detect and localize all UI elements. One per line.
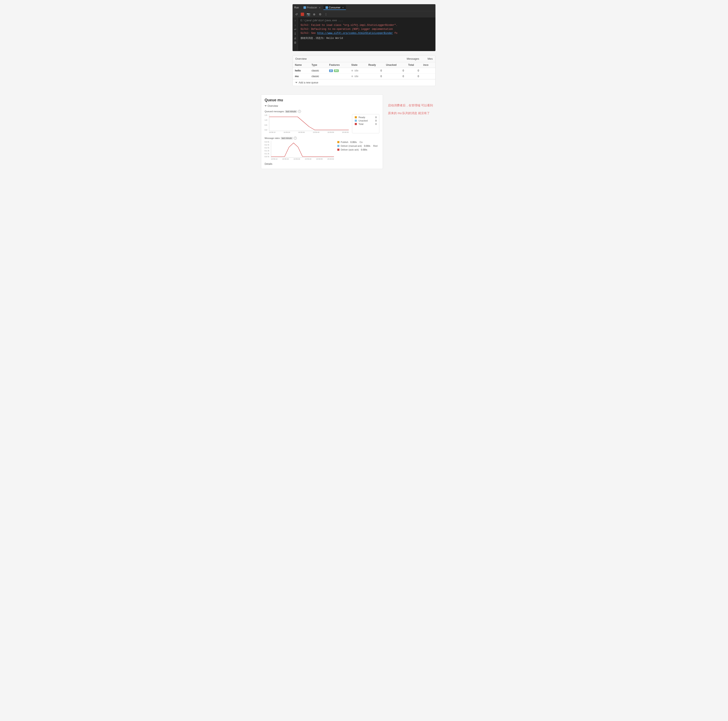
tab-producer[interactable]: Producer ✕ bbox=[301, 5, 323, 10]
settings-button[interactable]: ⚙ bbox=[318, 12, 323, 17]
total-legend-value: 0 bbox=[375, 123, 376, 125]
x4: 19:59:50 bbox=[327, 132, 334, 133]
producer-tab-label: Producer bbox=[307, 6, 317, 9]
rates-y-axis: 0.3 /s 0.2 /s 0.2 /s 0.1 /s 0.1 /s 0.0 /… bbox=[265, 141, 270, 158]
comment-section: 启动消费者后，在管理端 可以看到 原来的 mu 队列的消息 就没有了 bbox=[388, 90, 467, 116]
queue-detail-section: Queue mu Overview Queued messages last m… bbox=[261, 94, 383, 169]
ide-side-icons: ↑ ↓ ⇌ ↧ 🖨 🗑 bbox=[292, 17, 298, 51]
scroll-end-icon[interactable]: ↧ bbox=[294, 32, 296, 35]
col-inco: inco bbox=[421, 62, 435, 68]
queue-total-hello: 0 bbox=[406, 68, 421, 73]
mes-label: Mes bbox=[427, 57, 433, 60]
scroll-down-icon[interactable]: ↓ bbox=[294, 23, 296, 26]
queue-ready-mu: 0 bbox=[366, 73, 384, 79]
slf4j-error-suffix: fo bbox=[394, 32, 397, 35]
x3: 19:59:40 bbox=[313, 132, 319, 133]
producer-tab-close[interactable]: ✕ bbox=[319, 6, 321, 9]
print-icon[interactable]: 🖨 bbox=[294, 37, 297, 40]
queue-unacked-hello: 0 bbox=[384, 68, 406, 73]
wrap-icon[interactable]: ⇌ bbox=[294, 28, 296, 31]
queue-title: Queue mu bbox=[265, 98, 379, 103]
queue-state-hello: idle bbox=[349, 68, 366, 73]
queued-legend-box: Ready 0 Unacked 0 Total 0 bbox=[352, 114, 379, 133]
queue-unacked-mu: 0 bbox=[384, 73, 406, 79]
table-row[interactable]: hello classic D Pri idle 0 0 0 bbox=[293, 68, 435, 73]
col-total: Total bbox=[406, 62, 421, 68]
rates-chart-svg bbox=[271, 141, 334, 158]
collapse-icon bbox=[265, 105, 267, 107]
ide-panel: Run Producer ✕ Consumer ✕ ↺ 📷 ⊕ ⚙ ⋮ ↑ ↓ … bbox=[292, 4, 436, 51]
rate-deliver-manual: Deliver (manual ack) 0.00/s Red bbox=[337, 145, 379, 147]
pin-button[interactable]: ⊕ bbox=[312, 12, 317, 17]
ide-body: ↑ ↓ ⇌ ↧ 🖨 🗑 E:\java\jdk\bin\java.exe ...… bbox=[292, 17, 436, 51]
deliver-auto-color bbox=[337, 148, 340, 151]
col-features: Features bbox=[327, 62, 349, 68]
scroll-up-icon[interactable]: ↑ bbox=[294, 19, 296, 22]
queued-chart-box: 1.5 1.0 0.5 0.0 19:59:10 bbox=[265, 114, 349, 133]
rate-deliver-auto: Deliver (auto ack) 0.00/s bbox=[337, 148, 379, 151]
queue-type-mu: classic bbox=[309, 73, 327, 79]
queued-chart-inner: 19:59:10 19:59:20 19:59:30 19:59:40 19:5… bbox=[269, 114, 349, 133]
queue-features-hello: D Pri bbox=[327, 68, 349, 73]
total-legend-label: Total bbox=[358, 123, 363, 125]
y-label-1: 1.0 bbox=[265, 119, 267, 121]
last-minute-badge: last minute bbox=[285, 110, 297, 113]
queue-features-mu bbox=[327, 73, 349, 79]
col-unacked: Unacked bbox=[384, 62, 406, 68]
ide-path: E:\java\jdk\bin\java.exe ... bbox=[301, 19, 398, 22]
deliver-auto-value: 0.00/s bbox=[361, 148, 367, 151]
slf4j-error-prefix: SLF4J: See bbox=[301, 32, 317, 35]
more-button[interactable]: ⋮ bbox=[324, 12, 328, 17]
ry2: 0.2 /s bbox=[265, 147, 269, 149]
queued-help-icon[interactable]: ? bbox=[298, 110, 301, 113]
messages-label: Messages bbox=[407, 57, 419, 60]
restart-button[interactable]: ↺ bbox=[294, 12, 299, 17]
ry5: 0.0 /s bbox=[265, 156, 269, 158]
unacked-legend-value: 0 bbox=[375, 119, 376, 122]
triangle-icon bbox=[295, 82, 297, 83]
queued-label-text: Queued messages bbox=[265, 110, 284, 113]
ry4: 0.1 /s bbox=[265, 153, 269, 155]
rx4: 19:59:50 bbox=[316, 158, 323, 160]
details-row[interactable]: Details bbox=[265, 162, 379, 165]
queue-name-mu: mu bbox=[293, 73, 309, 79]
comment-line1: 启动消费者后，在管理端 可以看到 bbox=[388, 103, 467, 108]
rx3: 19:59:40 bbox=[305, 158, 311, 160]
queue-inco-mu bbox=[421, 73, 435, 79]
rates-chart-container bbox=[271, 141, 334, 158]
rx2: 19:59:30 bbox=[294, 158, 300, 160]
x2: 19:59:30 bbox=[298, 132, 305, 133]
ide-output: 接收到消息，消息为: Hello World bbox=[301, 36, 398, 40]
rates-x-labels: 19:59:10 19:59:20 19:59:30 19:59:40 19:5… bbox=[271, 158, 334, 160]
rx5: 20:00:00 bbox=[327, 158, 334, 160]
stop-button[interactable] bbox=[300, 12, 305, 17]
camera-button[interactable]: 📷 bbox=[306, 12, 310, 17]
queue-inco-hello bbox=[421, 68, 435, 73]
deliver-manual-color bbox=[337, 145, 340, 147]
add-queue-row[interactable]: Add a new queue bbox=[293, 79, 435, 86]
clear-icon[interactable]: 🗑 bbox=[294, 41, 297, 44]
slf4j-link[interactable]: http://www.slf4j.org/codes.html#StaticLo… bbox=[317, 32, 393, 35]
table-header-row: Name Type Features State Ready Unacked T… bbox=[293, 62, 435, 68]
total-color bbox=[355, 123, 357, 125]
x0: 19:59:10 bbox=[269, 132, 275, 133]
rates-help-icon[interactable]: ? bbox=[294, 137, 297, 139]
deliver-auto-label: Deliver (auto ack) bbox=[341, 148, 359, 151]
state-label-mu: idle bbox=[355, 75, 358, 78]
rates-chart-box: 0.3 /s 0.2 /s 0.2 /s 0.1 /s 0.1 /s 0.0 /… bbox=[265, 141, 334, 160]
overview-collapse-label: Overview bbox=[268, 104, 278, 107]
ide-error-3: SLF4J: See http://www.slf4j.org/codes.ht… bbox=[301, 31, 398, 35]
consumer-tab-close[interactable]: ✕ bbox=[342, 6, 344, 9]
stop-icon bbox=[301, 12, 304, 16]
badge-pri: Pri bbox=[334, 69, 339, 72]
rates-last-minute-badge: last minute bbox=[281, 137, 293, 139]
ready-legend-value: 0 bbox=[375, 116, 376, 119]
legend-ready: Ready 0 bbox=[355, 116, 376, 119]
tab-consumer[interactable]: Consumer ✕ bbox=[323, 5, 346, 10]
overview-collapse[interactable]: Overview bbox=[265, 104, 379, 107]
table-row[interactable]: mu classic idle 0 0 0 bbox=[293, 73, 435, 79]
rates-legend: Publish 0.00/s Co Deliver (manual ack) 0… bbox=[337, 141, 379, 160]
publish-extra: Co bbox=[359, 141, 362, 143]
queue-table-section: Overview Messages Mes Name Type Features… bbox=[292, 55, 436, 86]
deliver-manual-label: Deliver (manual ack) bbox=[341, 145, 362, 147]
